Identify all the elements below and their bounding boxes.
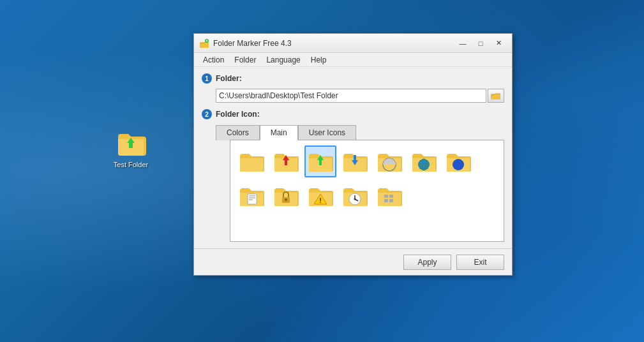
folder-half-svg bbox=[377, 149, 402, 174]
menu-action[interactable]: Action bbox=[198, 54, 229, 66]
folder-green-arrow-item[interactable] bbox=[304, 145, 336, 177]
desktop: Test Folder Folder Marker Free 4.3 — □ ✕… bbox=[0, 0, 644, 342]
browse-button[interactable] bbox=[488, 89, 504, 103]
folder-section-number: 1 bbox=[202, 73, 212, 84]
folder-path-input[interactable] bbox=[216, 89, 486, 103]
desktop-folder-icon[interactable]: Test Folder bbox=[105, 128, 156, 168]
titlebar: Folder Marker Free 4.3 — □ ✕ bbox=[194, 34, 512, 53]
titlebar-buttons: — □ ✕ bbox=[454, 37, 507, 50]
folder-section-label: Folder: bbox=[216, 74, 242, 83]
svg-rect-4 bbox=[491, 94, 500, 100]
folder-lock-item[interactable] bbox=[270, 180, 302, 212]
folder-plain-item[interactable] bbox=[236, 145, 267, 177]
folder-up-arrow-svg bbox=[273, 149, 299, 174]
tabs-row: Colors Main User Icons bbox=[216, 124, 504, 140]
desktop-folder-label: Test Folder bbox=[105, 161, 156, 168]
minimize-button[interactable]: — bbox=[454, 37, 471, 50]
folder-icon-section-header: 2 Folder Icon: bbox=[202, 109, 504, 119]
folder-icon-section-label: Folder Icon: bbox=[216, 110, 260, 119]
folder-doc-svg bbox=[239, 183, 264, 209]
folder-down-arrow-item[interactable] bbox=[339, 145, 371, 177]
app-window: Folder Marker Free 4.3 — □ ✕ Action Fold… bbox=[193, 33, 513, 276]
titlebar-app-icon bbox=[199, 38, 209, 48]
folder-clock-svg bbox=[342, 183, 368, 209]
svg-rect-28 bbox=[389, 199, 393, 202]
menu-folder[interactable]: Folder bbox=[229, 54, 261, 66]
tab-main[interactable]: Main bbox=[260, 125, 298, 140]
svg-point-18 bbox=[285, 198, 287, 201]
folder-half-item[interactable] bbox=[373, 145, 405, 177]
desktop-folder-svg bbox=[116, 128, 146, 158]
tab-user-icons[interactable]: User Icons bbox=[298, 125, 356, 140]
menu-help[interactable]: Help bbox=[306, 54, 332, 66]
folder-lock-svg bbox=[273, 183, 299, 209]
svg-point-12 bbox=[453, 159, 464, 170]
exit-button[interactable]: Exit bbox=[456, 255, 504, 270]
folder-warning-svg: ! bbox=[308, 183, 333, 209]
folder-input-row bbox=[216, 89, 504, 103]
folder-clock-item[interactable] bbox=[339, 180, 371, 212]
folder-warning-item[interactable]: ! bbox=[304, 180, 336, 212]
folder-section-header: 1 Folder: bbox=[202, 73, 504, 84]
icons-grid: ! bbox=[236, 145, 498, 212]
tabs-container: Colors Main User Icons bbox=[216, 124, 504, 242]
maximize-button[interactable]: □ bbox=[472, 37, 489, 50]
folder-icon-section-number: 2 bbox=[202, 109, 212, 119]
folder-plain-svg bbox=[239, 149, 264, 174]
svg-rect-25 bbox=[384, 195, 388, 198]
close-button[interactable]: ✕ bbox=[490, 37, 507, 50]
menubar: Action Folder Language Help bbox=[194, 53, 512, 67]
svg-point-24 bbox=[354, 198, 356, 200]
svg-rect-26 bbox=[389, 195, 393, 198]
apply-button[interactable]: Apply bbox=[403, 255, 451, 270]
svg-rect-13 bbox=[248, 194, 257, 204]
content-area: 1 Folder: 2 Folder Icon: bbox=[194, 67, 512, 248]
folder-earth-item[interactable] bbox=[408, 145, 440, 177]
footer: Apply Exit bbox=[194, 248, 512, 275]
browse-icon bbox=[491, 91, 501, 100]
folder-earth-svg bbox=[411, 149, 437, 174]
svg-rect-27 bbox=[384, 199, 388, 202]
folder-blue-dot-item[interactable] bbox=[442, 145, 474, 177]
menu-language[interactable]: Language bbox=[261, 54, 305, 66]
folder-green-arrow-svg bbox=[308, 149, 333, 174]
tab-colors[interactable]: Colors bbox=[216, 125, 260, 140]
svg-text:!: ! bbox=[319, 197, 322, 204]
icons-panel: ! bbox=[230, 140, 504, 242]
folder-doc-item[interactable] bbox=[236, 180, 267, 212]
window-title: Folder Marker Free 4.3 bbox=[213, 39, 454, 48]
folder-down-arrow-svg bbox=[342, 149, 368, 174]
folder-grid-item[interactable] bbox=[373, 180, 405, 212]
folder-grid-svg bbox=[377, 183, 402, 209]
folder-up-arrow-item[interactable] bbox=[270, 145, 302, 177]
folder-blue-dot-svg bbox=[446, 149, 471, 174]
